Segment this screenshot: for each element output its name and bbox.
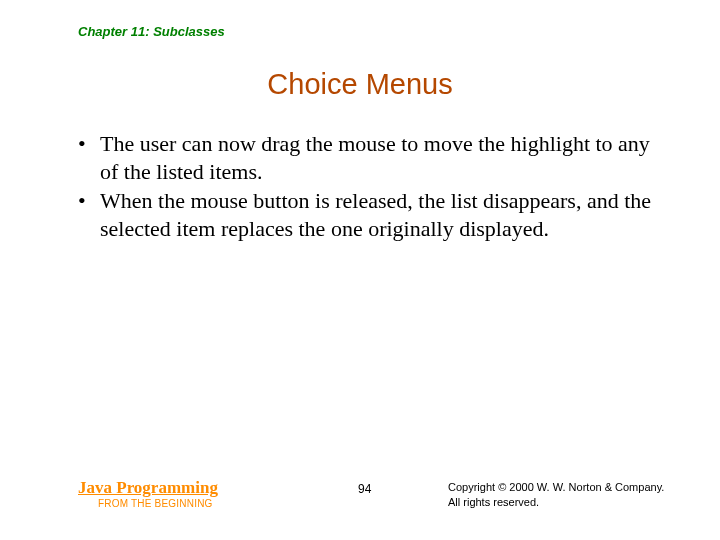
book-title: Java Programming bbox=[78, 478, 218, 498]
bullet-list: The user can now drag the mouse to move … bbox=[78, 130, 660, 242]
footer: Java Programming FROM THE BEGINNING 94 C… bbox=[78, 478, 680, 518]
book-subtitle: FROM THE BEGINNING bbox=[98, 498, 213, 509]
copyright-line-2: All rights reserved. bbox=[448, 496, 539, 508]
body-content: The user can now drag the mouse to move … bbox=[78, 130, 660, 244]
copyright-block: Copyright © 2000 W. W. Norton & Company.… bbox=[448, 480, 664, 510]
bullet-item: When the mouse button is released, the l… bbox=[78, 187, 660, 242]
chapter-label: Chapter 11: Subclasses bbox=[78, 24, 225, 39]
copyright-line-1: Copyright © 2000 W. W. Norton & Company. bbox=[448, 481, 664, 493]
bullet-item: The user can now drag the mouse to move … bbox=[78, 130, 660, 185]
page-number: 94 bbox=[358, 482, 371, 496]
slide-title: Choice Menus bbox=[0, 68, 720, 101]
